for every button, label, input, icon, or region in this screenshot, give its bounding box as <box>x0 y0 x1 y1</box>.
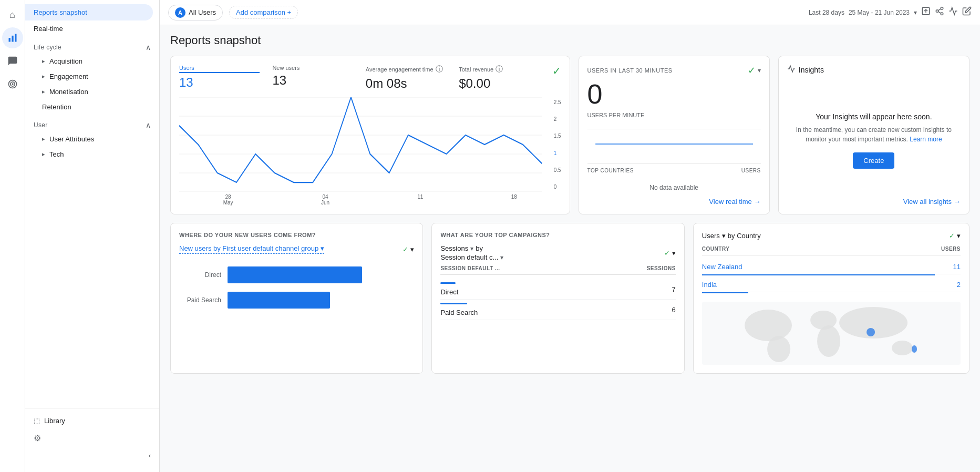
mini-chart <box>587 134 761 155</box>
export-icon[interactable] <box>921 6 931 18</box>
svg-point-25 <box>866 328 875 336</box>
share-icon[interactable] <box>935 6 944 18</box>
metrics-chart-card: Users 13 New users 13 Average engagement… <box>170 56 570 214</box>
direct-campaign-value: 7 <box>672 285 676 293</box>
users-value: 13 <box>179 75 260 90</box>
insights-placeholder-text: In the meantime, you can create new cust… <box>787 125 961 144</box>
new-users-label: New users <box>272 65 353 71</box>
sidebar-item-acquisition[interactable]: ▸ Acquisition <box>25 54 153 69</box>
realtime-check-dropdown[interactable]: ✓ ▾ <box>748 65 761 76</box>
campaigns-check-dropdown[interactable]: ✓ ▾ <box>664 249 676 257</box>
paid-search-campaign-value: 6 <box>672 306 676 314</box>
date-dropdown-icon[interactable]: ▾ <box>914 9 917 16</box>
sidebar-item-user-attributes[interactable]: ▸ User Attributes <box>25 131 153 147</box>
analytics-nav-icon[interactable] <box>2 27 23 48</box>
sidebar-item-settings[interactable]: ⚙ <box>25 429 159 447</box>
all-users-chip[interactable]: A All Users <box>168 5 223 20</box>
channel-group-dropdown[interactable]: New users by First user default channel … <box>179 244 324 254</box>
add-comparison-button[interactable]: Add comparison + <box>229 6 298 19</box>
chart-type-icon[interactable] <box>948 6 958 18</box>
view-realtime-link[interactable]: View real time → <box>587 198 761 206</box>
sidebar-item-monetisation[interactable]: ▸ Monetisation <box>25 84 153 99</box>
avg-engagement-info-icon[interactable]: ⓘ <box>436 65 443 74</box>
view-realtime-arrow-icon: → <box>754 198 761 206</box>
realtime-dropdown-icon[interactable]: ▾ <box>758 67 761 74</box>
sidebar-item-library[interactable]: ⬚ Library <box>25 413 159 429</box>
view-insights-arrow-icon: → <box>954 198 961 206</box>
country-dropdown-icon[interactable]: ▾ <box>957 232 961 240</box>
svg-point-5 <box>12 84 13 85</box>
lifecycle-section[interactable]: Life cycle ∧ <box>25 37 159 54</box>
view-all-insights-link[interactable]: View all insights → <box>787 198 961 206</box>
paid-search-campaign-label: Paid Search <box>440 309 478 316</box>
home-nav-icon[interactable]: ⌂ <box>2 4 23 25</box>
campaign-row-paid-search: Paid Search 6 <box>440 300 675 320</box>
sessions-dropdown[interactable]: Sessions ▾ by <box>440 244 503 252</box>
svg-point-20 <box>745 310 792 341</box>
user-section[interactable]: User ∧ <box>25 115 159 131</box>
nz-country-bar <box>702 274 935 275</box>
direct-bar-track <box>228 266 414 283</box>
target-nav-icon[interactable] <box>2 74 23 95</box>
sidebar: Reports snapshot Real-time Life cycle ∧ … <box>25 0 160 472</box>
paid-search-bar-track <box>228 292 414 309</box>
dropdown-icon[interactable]: ▾ <box>410 245 414 253</box>
total-revenue-metric: Total revenue ⓘ $0.00 <box>459 65 539 91</box>
campaigns-dropdown-icon[interactable]: ▾ <box>672 249 676 257</box>
engagement-label: Engagement <box>49 73 88 80</box>
top-bar-right: Last 28 days 25 May - 21 Jun 2023 ▾ <box>809 6 972 18</box>
bullet-icon: ▸ <box>42 136 45 142</box>
add-comparison-label: Add comparison + <box>236 8 291 16</box>
learn-more-link[interactable]: Learn more <box>910 136 942 143</box>
y-label-1: 1 <box>554 150 561 156</box>
country-col2-header: USERS <box>941 246 961 252</box>
chart-x-labels: 28May 04Jun 11 18 <box>179 192 561 206</box>
sidebar-item-realtime[interactable]: Real-time <box>25 20 153 37</box>
country-check-dropdown[interactable]: ✓ ▾ <box>949 232 961 240</box>
reports-snapshot-label: Reports snapshot <box>34 8 87 16</box>
users-from-section-title: WHERE DO YOUR NEW USERS COME FROM? <box>179 232 414 238</box>
svg-point-9 <box>936 10 938 13</box>
sidebar-item-engagement[interactable]: ▸ Engagement <box>25 69 153 84</box>
campaigns-section-title: WHAT ARE YOUR TOP CAMPAIGNS? <box>440 232 675 238</box>
bullet-icon: ▸ <box>42 88 45 95</box>
sidebar-item-tech[interactable]: ▸ Tech <box>25 147 153 162</box>
chart-svg <box>179 97 561 192</box>
sidebar-item-reports-snapshot[interactable]: Reports snapshot <box>25 4 153 20</box>
campaigns-dropdown-row: Sessions ▾ by Session default c... ▾ ✓ ▾ <box>440 244 675 261</box>
sidebar-collapse-button[interactable]: ‹ <box>25 447 159 464</box>
by-country-label: by Country <box>728 232 761 240</box>
realtime-card: USERS IN LAST 30 MINUTES ✓ ▾ 0 USERS PER… <box>579 56 770 214</box>
direct-campaign-label: Direct <box>440 288 458 296</box>
svg-point-21 <box>767 336 790 362</box>
session-default-dropdown[interactable]: Session default c... ▾ <box>440 253 503 261</box>
svg-line-12 <box>938 9 941 11</box>
insights-icon <box>787 65 796 75</box>
users-label: Users <box>179 65 260 73</box>
new-users-metric: New users 13 <box>272 65 353 88</box>
nz-country-name[interactable]: New Zealand <box>702 263 742 271</box>
india-country-name[interactable]: India <box>702 281 717 289</box>
bar-row-direct: Direct <box>179 266 414 283</box>
sidebar-item-retention[interactable]: Retention <box>25 99 153 115</box>
campaigns-table: SESSION DEFAULT ... SESSIONS Direct 7 <box>440 265 675 320</box>
country-card: Users ▾ by Country ✓ ▾ COUNTRY USERS New… <box>693 223 969 374</box>
direct-campaign-bar <box>440 282 456 284</box>
create-button[interactable]: Create <box>853 152 894 169</box>
nz-country-value: 11 <box>953 263 961 271</box>
divider2 <box>587 163 761 163</box>
avg-engagement-metric: Average engagement time ⓘ 0m 08s <box>366 65 446 91</box>
y-label-25: 2.5 <box>554 99 561 105</box>
country-title-dropdown[interactable]: Users ▾ by Country <box>702 232 761 240</box>
edit-icon[interactable] <box>962 6 972 18</box>
page-title: Reports snapshot <box>170 34 969 47</box>
sessions-arrow-icon: ▾ <box>470 245 473 252</box>
chat-nav-icon[interactable] <box>2 50 23 71</box>
chart-area: 2.5 2 1.5 1 0.5 0 <box>179 97 561 192</box>
check-dropdown-group[interactable]: ✓ ▾ <box>403 245 414 253</box>
total-revenue-info-icon[interactable]: ⓘ <box>496 65 503 74</box>
retention-label: Retention <box>42 103 71 111</box>
main-content: A All Users Add comparison + Last 28 day… <box>160 0 980 472</box>
svg-point-8 <box>941 7 943 10</box>
insights-card: Insights Your Insights will appear here … <box>778 56 969 214</box>
